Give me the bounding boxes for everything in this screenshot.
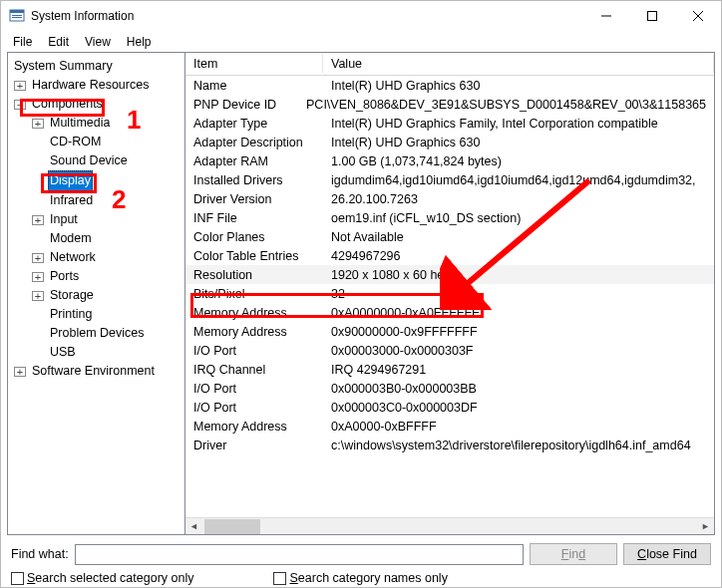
column-item[interactable]: Item — [185, 55, 323, 73]
cell-item: I/O Port — [185, 382, 323, 396]
cell-item: Color Planes — [185, 230, 323, 244]
tree-input[interactable]: +Input — [12, 210, 182, 229]
cell-value: 0xA0000000-0xA0FFFFFF — [323, 306, 714, 320]
expand-icon[interactable]: + — [32, 272, 44, 282]
grid-row[interactable]: Driver Version26.20.100.7263 — [185, 189, 714, 208]
menu-view[interactable]: View — [77, 33, 119, 51]
grid-row[interactable]: Color PlanesNot Available — [185, 227, 714, 246]
svg-rect-1 — [10, 10, 24, 13]
grid-row[interactable]: Color Table Entries4294967296 — [185, 246, 714, 265]
grid-row[interactable]: Resolution1920 x 1080 x 60 hertz — [185, 265, 714, 284]
tree-ports[interactable]: +Ports — [12, 267, 182, 286]
grid-row[interactable]: Driverc:\windows\system32\driverstore\fi… — [185, 436, 714, 454]
cell-item: Resolution — [185, 268, 323, 282]
cell-value: 32 — [323, 287, 714, 301]
horizontal-scrollbar[interactable]: ◄ ► — [185, 517, 714, 534]
tree-hardware-resources[interactable]: +Hardware Resources — [12, 76, 182, 95]
window-title: System Information — [31, 9, 583, 23]
tree-cdrom[interactable]: CD-ROM — [12, 133, 182, 151]
cell-item: Memory Address — [185, 325, 323, 339]
expand-icon[interactable]: + — [32, 119, 44, 129]
cell-value: c:\windows\system32\driverstore\filerepo… — [323, 439, 714, 452]
grid-row[interactable]: PNP Device IDPCI\VEN_8086&DEV_3E91&SUBSY… — [185, 95, 714, 114]
cell-item: Color Table Entries — [185, 249, 323, 263]
grid-row[interactable]: Installed Driversigdumdim64,igd10iumd64,… — [185, 170, 714, 189]
cell-item: Driver Version — [185, 192, 323, 206]
grid-row[interactable]: I/O Port0x000003B0-0x000003BB — [185, 379, 714, 398]
column-value[interactable]: Value — [323, 55, 714, 73]
cell-value: 1.00 GB (1,073,741,824 bytes) — [323, 154, 714, 168]
tree-storage[interactable]: +Storage — [12, 286, 182, 305]
tree-components[interactable]: −Components — [12, 95, 182, 114]
tree-modem[interactable]: Modem — [12, 229, 182, 248]
checkbox-icon — [11, 572, 24, 585]
cell-value: 0x000003B0-0x000003BB — [323, 382, 714, 396]
collapse-icon[interactable]: − — [14, 100, 26, 110]
expand-icon[interactable]: + — [14, 367, 26, 377]
close-button[interactable] — [675, 1, 721, 31]
cell-item: Driver — [185, 439, 323, 452]
tree-network[interactable]: +Network — [12, 248, 182, 267]
cell-value: 0xA0000-0xBFFFF — [323, 420, 714, 434]
tree-multimedia[interactable]: +Multimedia — [12, 114, 182, 133]
grid-row[interactable]: I/O Port0x000003C0-0x000003DF — [185, 398, 714, 417]
grid-row[interactable]: Memory Address0x90000000-0x9FFFFFFF — [185, 322, 714, 341]
cell-value: igdumdim64,igd10iumd64,igd10iumd64,igd12… — [323, 173, 714, 187]
tree-infrared[interactable]: Infrared — [12, 191, 182, 210]
menu-file[interactable]: File — [5, 33, 40, 51]
tree-software-environment[interactable]: +Software Environment — [12, 362, 182, 381]
grid-row[interactable]: INF Fileoem19.inf (iCFL_w10_DS section) — [185, 208, 714, 227]
tree-printing[interactable]: Printing — [12, 305, 182, 324]
find-button[interactable]: Find — [530, 543, 617, 565]
grid-row[interactable]: Bits/Pixel32 — [185, 284, 714, 303]
close-find-button[interactable]: Close Find — [623, 543, 711, 565]
expand-icon[interactable]: + — [32, 253, 44, 263]
tree-sound-device[interactable]: Sound Device — [12, 151, 182, 170]
cell-value: 0x90000000-0x9FFFFFFF — [323, 325, 714, 339]
expand-icon[interactable]: + — [32, 291, 44, 301]
cell-item: Bits/Pixel — [185, 287, 323, 301]
grid-row[interactable]: Memory Address0xA0000-0xBFFFF — [185, 417, 714, 436]
cell-value: oem19.inf (iCFL_w10_DS section) — [323, 211, 714, 225]
details-panel: Item Value NameIntel(R) UHD Graphics 630… — [185, 53, 714, 534]
cell-value: 1920 x 1080 x 60 hertz — [323, 268, 714, 282]
grid-row[interactable]: Memory Address0xA0000000-0xA0FFFFFF — [185, 303, 714, 322]
minimize-button[interactable] — [583, 1, 629, 31]
tree-display[interactable]: Display — [12, 170, 182, 191]
search-names-checkbox[interactable]: Search category names only — [273, 571, 447, 585]
tree-problem-devices[interactable]: Problem Devices — [12, 324, 182, 343]
menu-edit[interactable]: Edit — [40, 33, 77, 51]
grid-row[interactable]: Adapter RAM1.00 GB (1,073,741,824 bytes) — [185, 151, 714, 170]
cell-value: 4294967296 — [323, 249, 714, 263]
find-input[interactable] — [75, 544, 524, 565]
svg-rect-3 — [12, 17, 22, 18]
cell-item: Memory Address — [185, 306, 323, 320]
search-selected-checkbox[interactable]: Search selected category only — [11, 571, 193, 585]
find-label: Find what: — [11, 547, 69, 561]
cell-value: 0x000003C0-0x000003DF — [323, 401, 714, 415]
cell-value: 26.20.100.7263 — [323, 192, 714, 206]
cell-item: Adapter RAM — [185, 154, 323, 168]
cell-item: Adapter Description — [185, 136, 323, 149]
scroll-left-icon[interactable]: ◄ — [185, 518, 202, 535]
cell-item: INF File — [185, 211, 323, 225]
grid-row[interactable]: Adapter DescriptionIntel(R) UHD Graphics… — [185, 133, 714, 151]
tree-usb[interactable]: USB — [12, 343, 182, 362]
grid-row[interactable]: I/O Port0x00003000-0x0000303F — [185, 341, 714, 360]
app-icon — [9, 8, 25, 24]
grid-row[interactable]: IRQ ChannelIRQ 4294967291 — [185, 360, 714, 379]
cell-item: IRQ Channel — [185, 363, 323, 377]
checkbox-icon — [273, 572, 286, 585]
menubar: File Edit View Help — [1, 31, 721, 52]
menu-help[interactable]: Help — [119, 33, 160, 51]
cell-value: Intel(R) UHD Graphics 630 — [323, 136, 714, 149]
tree-system-summary[interactable]: System Summary — [12, 57, 182, 76]
expand-icon[interactable]: + — [32, 215, 44, 225]
maximize-button[interactable] — [629, 1, 675, 31]
tree-panel: System Summary +Hardware Resources −Comp… — [8, 53, 185, 534]
scroll-thumb[interactable] — [204, 519, 260, 534]
grid-row[interactable]: Adapter TypeIntel(R) UHD Graphics Family… — [185, 114, 714, 133]
expand-icon[interactable]: + — [14, 81, 26, 91]
grid-row[interactable]: NameIntel(R) UHD Graphics 630 — [185, 76, 714, 95]
scroll-right-icon[interactable]: ► — [697, 518, 714, 535]
